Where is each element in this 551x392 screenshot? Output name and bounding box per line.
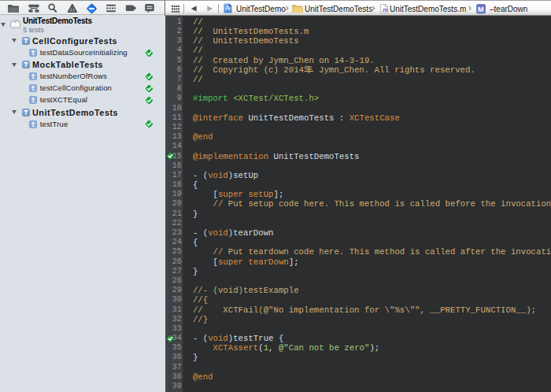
svg-text:M: M	[478, 6, 483, 13]
svg-text:.m: .m	[381, 7, 387, 13]
